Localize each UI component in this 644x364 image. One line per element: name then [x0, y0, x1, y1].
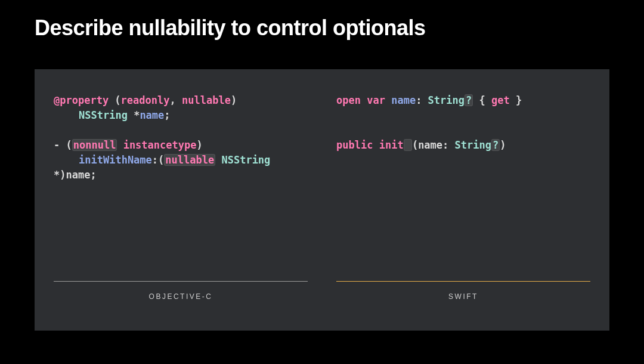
slide: Describe nullability to control optional…: [0, 0, 644, 364]
tok-nonnull-hl: nonnull: [72, 139, 117, 151]
tok-non-opt-hl: [404, 139, 412, 151]
tok-qmark-hl1: ?: [465, 94, 473, 106]
label-objective-c: OBJECTIVE-C: [54, 281, 308, 301]
tok-name-s: name: [391, 94, 416, 106]
tok-nullable-hl: nullable: [164, 154, 215, 166]
tok-nsstring2: NSString: [221, 154, 270, 166]
tok-nullable-attr: nullable: [182, 94, 231, 106]
tok-dash: -: [54, 139, 66, 151]
tok-instancetype: instancetype: [123, 139, 197, 151]
tok-sp1: [117, 139, 123, 151]
tok-initwithname: initWithName: [79, 154, 152, 166]
tok-lbrace: {: [479, 94, 491, 106]
tok-name-arg: name:: [418, 139, 454, 151]
tok-rparen-s: ): [500, 139, 506, 151]
tok-readonly: readonly: [121, 94, 170, 106]
tok-close-paren: ): [231, 94, 237, 106]
tok-comma: ,: [170, 94, 182, 106]
label-swift: SWIFT: [336, 281, 590, 301]
tok-lparen-s: (: [412, 139, 418, 151]
tok-colon-s: :: [416, 94, 428, 106]
tok-init: init: [379, 139, 404, 151]
tok-get: get: [491, 94, 510, 106]
tok-sp-s4: [373, 139, 379, 151]
tok-semi: ;: [164, 109, 170, 121]
tok-sp-s3: [473, 94, 479, 106]
tok-sp-s1: [361, 94, 367, 106]
swift-code: open var name: String? { get } public in…: [336, 93, 590, 153]
tok-tail: *)name;: [54, 169, 97, 181]
code-panel: @property (readonly, nullable) NSString …: [35, 69, 609, 331]
tok-public: public: [336, 139, 373, 151]
tok-rparen2: ): [196, 139, 202, 151]
tok-open-paren: (: [109, 94, 120, 106]
tok-sp2: [215, 154, 221, 166]
tok-string-s: String: [428, 94, 465, 106]
tok-property: @property: [54, 94, 109, 106]
tok-open: open: [336, 94, 361, 106]
slide-title: Describe nullability to control optional…: [35, 16, 609, 41]
tok-nsstring: NSString: [79, 109, 128, 121]
tok-lparen2: (: [66, 139, 72, 151]
tok-string-s2: String: [455, 139, 491, 151]
tok-var: var: [367, 94, 385, 106]
panel-footer: OBJECTIVE-C SWIFT: [54, 281, 590, 301]
tok-rbrace: }: [510, 94, 522, 106]
objc-code: @property (readonly, nullable) NSString …: [54, 93, 308, 183]
tok-star: *: [128, 109, 140, 121]
tok-qmark-hl2: ?: [491, 139, 500, 151]
tok-colon-lparen: :(: [152, 154, 164, 166]
tok-name-ident: name: [140, 109, 164, 121]
tok-sp-s2: [385, 94, 391, 106]
